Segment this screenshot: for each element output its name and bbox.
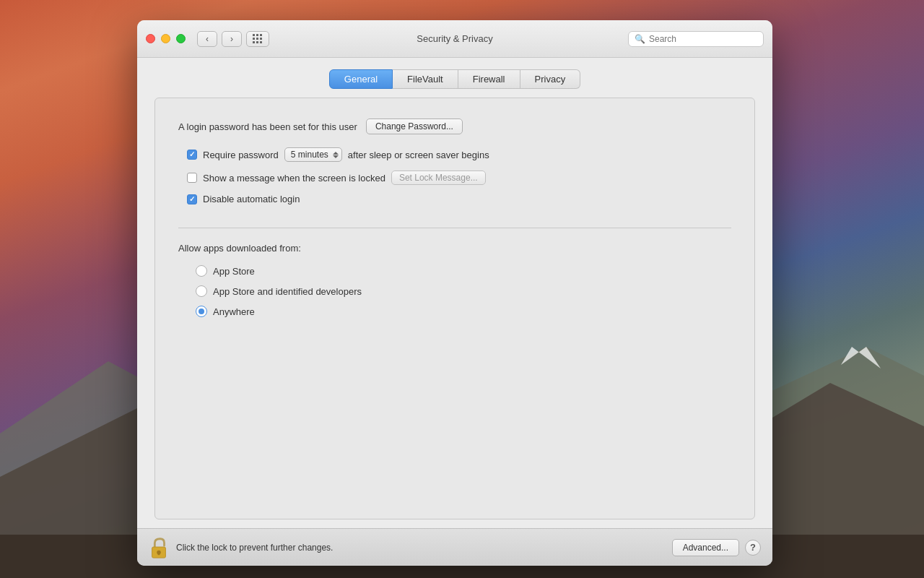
- lock-icon: [149, 536, 169, 559]
- lock-text: Click the lock to prevent further change…: [176, 543, 333, 553]
- tab-bar: General FileVault Firewall Privacy: [137, 58, 772, 89]
- password-timeout-dropdown[interactable]: 5 minutes: [284, 147, 342, 162]
- radio-app-store-identified[interactable]: App Store and identified developers: [196, 285, 731, 297]
- tab-filevault[interactable]: FileVault: [393, 69, 458, 89]
- maximize-button[interactable]: [176, 34, 186, 43]
- tab-firewall[interactable]: Firewall: [458, 69, 520, 89]
- back-icon: ‹: [206, 34, 209, 44]
- disable-autologin-label: Disable automatic login: [203, 194, 300, 204]
- require-password-row: Require password 5 minutes after sleep o…: [187, 147, 731, 162]
- bottom-right-buttons: Advanced... ?: [672, 539, 761, 556]
- disable-autologin-checkbox[interactable]: [187, 194, 197, 204]
- disable-autologin-row: Disable automatic login: [187, 194, 731, 204]
- lock-button[interactable]: Click the lock to prevent further change…: [149, 536, 333, 559]
- password-timeout-value: 5 minutes: [291, 150, 328, 160]
- titlebar: ‹ › Security & Privacy 🔍: [137, 20, 772, 58]
- system-preferences-window: ‹ › Security & Privacy 🔍 General: [137, 20, 772, 566]
- show-message-label: Show a message when the screen is locked: [203, 173, 385, 184]
- close-button[interactable]: [146, 34, 155, 43]
- radio-app-store[interactable]: App Store: [196, 265, 731, 277]
- help-button[interactable]: ?: [745, 540, 761, 556]
- separator: [178, 228, 731, 228]
- login-password-row: A login password has been set for this u…: [178, 118, 731, 134]
- minimize-button[interactable]: [161, 34, 170, 43]
- search-icon: 🔍: [635, 34, 645, 44]
- show-message-checkbox[interactable]: [187, 173, 197, 183]
- change-password-button[interactable]: Change Password...: [366, 118, 463, 134]
- tab-privacy[interactable]: Privacy: [520, 69, 581, 89]
- forward-button[interactable]: ›: [222, 31, 242, 47]
- set-lock-message-button[interactable]: Set Lock Message...: [391, 171, 486, 185]
- require-password-label-before: Require password: [203, 150, 279, 160]
- content-area: General FileVault Firewall Privacy A log…: [137, 58, 772, 528]
- radio-app-store-label: App Store: [213, 266, 255, 277]
- grid-icon: [253, 34, 263, 44]
- bottom-bar: Click the lock to prevent further change…: [137, 528, 772, 566]
- require-password-label-after: after sleep or screen saver begins: [348, 150, 489, 160]
- radio-app-store-identified-button[interactable]: [196, 285, 207, 297]
- login-password-text: A login password has been set for this u…: [178, 121, 357, 132]
- allow-apps-title: Allow apps downloaded from:: [178, 243, 731, 254]
- radio-app-store-button[interactable]: [196, 265, 207, 277]
- grid-button[interactable]: [246, 31, 269, 47]
- main-panel: A login password has been set for this u…: [154, 98, 755, 519]
- radio-app-store-identified-label: App Store and identified developers: [213, 286, 362, 297]
- radio-anywhere-button[interactable]: [196, 306, 207, 317]
- dropdown-arrow-icon: [333, 152, 339, 158]
- forward-icon: ›: [230, 34, 233, 44]
- tab-general[interactable]: General: [329, 69, 393, 89]
- traffic-lights: [146, 34, 186, 43]
- nav-buttons: ‹ ›: [197, 31, 242, 47]
- advanced-button[interactable]: Advanced...: [672, 539, 739, 556]
- search-box[interactable]: 🔍: [628, 31, 764, 47]
- show-message-row: Show a message when the screen is locked…: [187, 171, 731, 185]
- radio-anywhere[interactable]: Anywhere: [196, 306, 731, 317]
- radio-anywhere-label: Anywhere: [213, 306, 255, 317]
- search-input[interactable]: [649, 34, 757, 44]
- back-button[interactable]: ‹: [197, 31, 217, 47]
- window-title: Security & Privacy: [417, 33, 492, 44]
- svg-rect-9: [158, 552, 160, 555]
- require-password-checkbox[interactable]: [187, 150, 197, 160]
